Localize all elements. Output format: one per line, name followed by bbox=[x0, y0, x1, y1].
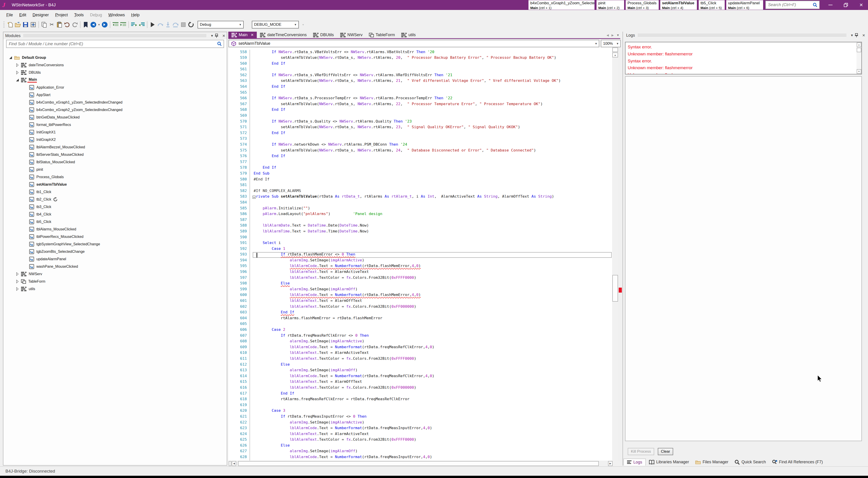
menu-file[interactable]: File bbox=[3, 11, 16, 19]
tree-item-pinit[interactable]: pinit bbox=[3, 166, 226, 173]
editor-tab-Main[interactable]: Main✕ bbox=[228, 32, 257, 38]
expand-icon[interactable] bbox=[16, 280, 19, 283]
tab-list-icon[interactable]: ▼ bbox=[616, 33, 619, 37]
bottom-tab-Find All References (F7)[interactable]: Find All References (F7) bbox=[769, 458, 826, 466]
expand-icon[interactable] bbox=[16, 71, 19, 74]
editor-tab-utils[interactable]: utils bbox=[398, 32, 419, 38]
tree-item-dateTimeConversions[interactable]: dateTimeConversions bbox=[3, 61, 226, 69]
close-icon[interactable]: ✕ bbox=[221, 34, 227, 38]
redo-button[interactable] bbox=[71, 21, 79, 29]
tree-item-tgbZoomBts_SelectedChange[interactable]: tgbZoomBts_SelectedChange bbox=[3, 248, 226, 256]
tree-item-tgbSystemGraphView_SelectedChange[interactable]: tgbSystemGraphView_SelectedChange bbox=[3, 241, 226, 248]
tree-item-Application_Error[interactable]: Application_Error bbox=[3, 84, 226, 91]
paste-button[interactable] bbox=[56, 21, 63, 29]
horizontal-scrollbar-thumb[interactable] bbox=[238, 461, 599, 466]
scroll-up-icon[interactable]: ▲ bbox=[612, 53, 618, 57]
quick-nav-setAlarmTblValue[interactable]: setAlarmTblValueMain (ctrl + 4) bbox=[660, 0, 697, 10]
menu-help[interactable]: Help bbox=[128, 11, 143, 19]
tree-item-tb2_Click[interactable]: tb2_Click bbox=[3, 196, 226, 203]
search-icon[interactable] bbox=[813, 3, 819, 7]
tree-item-setAlarmTblValue[interactable]: setAlarmTblValue bbox=[3, 181, 226, 188]
menu-tools[interactable]: Tools bbox=[71, 11, 87, 19]
package-button[interactable] bbox=[29, 21, 37, 29]
tree-item-TableForm[interactable]: TableForm bbox=[3, 278, 226, 286]
panel-menu-icon[interactable]: ▼ bbox=[849, 33, 855, 37]
log-list-scrollbar[interactable]: ▲ ▼ bbox=[857, 42, 862, 74]
menu-project[interactable]: Project bbox=[52, 11, 71, 19]
cut-button[interactable]: ✂ bbox=[48, 21, 56, 29]
menu-designer[interactable]: Designer bbox=[29, 11, 52, 19]
tree-item-Main[interactable]: Main bbox=[3, 76, 226, 84]
back-button[interactable] bbox=[90, 21, 97, 29]
quick-nav-tb5_Click[interactable]: tb5_ClickMain (ctrl + 5) bbox=[699, 0, 725, 10]
scroll-right-icon[interactable]: ▶ bbox=[608, 461, 613, 466]
undo-button[interactable] bbox=[63, 21, 71, 29]
tree-item-updateAlarmPanel[interactable]: updateAlarmPanel bbox=[3, 256, 226, 263]
bottom-tab-Quick Search[interactable]: Quick Search bbox=[732, 458, 769, 466]
indent-dec-button[interactable] bbox=[112, 21, 119, 29]
panel-menu-icon[interactable]: ▼ bbox=[209, 34, 215, 37]
code-viewport[interactable]: 558 If NWServ.rtData_s.VBatVoltsErr <> N… bbox=[228, 48, 612, 460]
build-configuration-select[interactable]: Debug▼ bbox=[197, 21, 244, 29]
quick-nav-b4xCombo_xGraph1_yZoom_SelectedIndexChanged[interactable]: b4xCombo_xGraph1_yZoom_SelectedIndexChan… bbox=[528, 0, 594, 10]
scroll-up-icon[interactable]: ▲ bbox=[857, 42, 861, 47]
tree-item-lblAlarmBezzel_MouseClicked[interactable]: lblAlarmBezzel_MouseClicked bbox=[3, 143, 226, 151]
run-button[interactable] bbox=[149, 21, 156, 29]
find-sub-input[interactable]: Find Sub / Module / Line number (Ctrl+E) bbox=[6, 40, 224, 48]
restore-button[interactable] bbox=[839, 0, 852, 10]
log-list[interactable]: Syntax error.Unknown member: flashmemerr… bbox=[625, 42, 862, 74]
bottom-tab-Logs[interactable]: Logs bbox=[623, 458, 646, 466]
bottom-tab-Libraries Manager[interactable]: Libraries Manager bbox=[646, 458, 692, 466]
forward-button[interactable] bbox=[101, 21, 108, 29]
splitter-grip[interactable] bbox=[229, 461, 231, 466]
tree-item-lblServerStats_MouseClicked[interactable]: lblServerStats_MouseClicked bbox=[3, 151, 226, 158]
step-over-button[interactable] bbox=[172, 21, 180, 29]
tree-item-btnGetData_MouseClicked[interactable]: btnGetData_MouseClicked bbox=[3, 114, 226, 121]
vertical-scrollbar-thumb[interactable] bbox=[612, 275, 618, 302]
splitter-grip[interactable] bbox=[612, 48, 618, 52]
collapse-icon[interactable] bbox=[9, 56, 12, 59]
tab-scroll-left-icon[interactable]: ◀ bbox=[607, 33, 609, 37]
tree-item-tb5_Click[interactable]: tb5_Click bbox=[3, 218, 226, 226]
kill-process-button[interactable]: Kill Process bbox=[628, 448, 654, 455]
tree-item-b4xCombo_xGraph2_yZoom_SelectedIndexChanged[interactable]: b4xCombo_xGraph2_yZoom_SelectedIndexChan… bbox=[3, 106, 226, 114]
tree-item-tblAlarms_MouseClicked[interactable]: tblAlarms_MouseClicked bbox=[3, 226, 226, 233]
quick-nav-updateAlarmPanel[interactable]: updateAlarmPanelMain (ctrl + 6) bbox=[726, 0, 763, 10]
save-button[interactable] bbox=[22, 21, 29, 29]
horizontal-scrollbar[interactable]: ◀ ▶ bbox=[228, 460, 620, 466]
log-scrollbar-thumb[interactable] bbox=[857, 48, 861, 52]
scroll-down-icon[interactable]: ▼ bbox=[857, 69, 861, 74]
tree-item-DBUtils[interactable]: DBUtils bbox=[3, 69, 226, 76]
copy-button[interactable] bbox=[40, 21, 48, 29]
log-detail-area[interactable] bbox=[625, 76, 862, 441]
function-selector[interactable]: setAlarmTblValue ▼ bbox=[228, 40, 599, 47]
minimize-button[interactable] bbox=[824, 0, 837, 10]
tree-item-washPane_MouseClicked[interactable]: washPane_MouseClicked bbox=[3, 263, 226, 270]
expand-icon[interactable] bbox=[16, 63, 19, 67]
fold-marker[interactable] bbox=[252, 196, 256, 199]
tree-item-AppStart[interactable]: AppStart bbox=[3, 91, 226, 98]
pin-icon[interactable] bbox=[215, 34, 221, 38]
run-mode-select[interactable]: DEBUG_MODE▼ bbox=[252, 21, 299, 29]
search-box[interactable]: Search (Ctrl+F) bbox=[765, 1, 819, 9]
tree-item-lblStatus_MouseClicked[interactable]: lblStatus_MouseClicked bbox=[3, 158, 226, 166]
tree-item-InitGraphX1[interactable]: InitGraphX1 bbox=[3, 128, 226, 136]
new-file-button[interactable] bbox=[6, 21, 14, 29]
expand-icon[interactable] bbox=[16, 287, 19, 291]
pin-icon[interactable] bbox=[855, 33, 861, 37]
close-icon[interactable]: ✕ bbox=[861, 33, 867, 37]
close-button[interactable]: ✕ bbox=[855, 0, 868, 10]
bookmark-button[interactable] bbox=[82, 21, 90, 29]
tree-item-InitGraphX2[interactable]: InitGraphX2 bbox=[3, 136, 226, 143]
quick-nav-Process_Globals[interactable]: Process_GlobalsMain (ctrl + 3) bbox=[626, 0, 659, 10]
tree-item-NWServ[interactable]: NWServ bbox=[3, 270, 226, 278]
tree-item-tb4_Click[interactable]: tb4_Click bbox=[3, 211, 226, 218]
indent-inc-button[interactable] bbox=[119, 21, 127, 29]
error-marker[interactable] bbox=[619, 288, 622, 293]
resume-button[interactable] bbox=[156, 21, 164, 29]
tree-item-Process_Globals[interactable]: Process_Globals bbox=[3, 173, 226, 181]
open-folder-button[interactable] bbox=[14, 21, 22, 29]
restart-button[interactable] bbox=[187, 21, 195, 29]
close-tab-icon[interactable]: ✕ bbox=[251, 33, 254, 37]
comment-remove-button[interactable] bbox=[138, 21, 146, 29]
